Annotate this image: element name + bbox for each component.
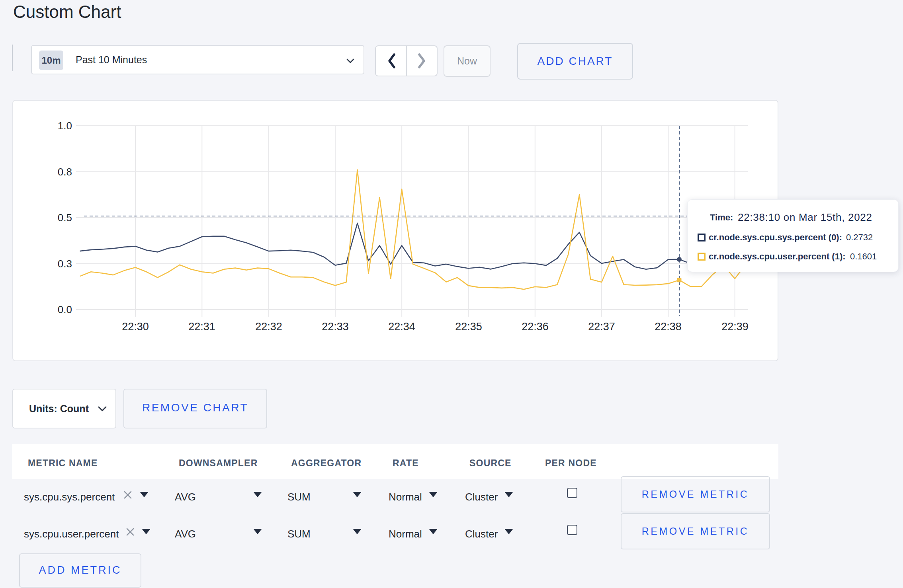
- svg-text:22:32: 22:32: [255, 321, 282, 333]
- svg-text:22:36: 22:36: [522, 321, 549, 333]
- svg-text:0.0: 0.0: [58, 304, 72, 315]
- svg-text:22:35: 22:35: [455, 321, 482, 333]
- svg-text:0.8: 0.8: [58, 166, 72, 178]
- svg-text:22:39: 22:39: [721, 321, 749, 333]
- svg-text:0.5: 0.5: [58, 212, 72, 224]
- svg-text:22:37: 22:37: [588, 321, 615, 333]
- svg-text:22:38: 22:38: [655, 321, 682, 333]
- svg-text:22:33: 22:33: [322, 321, 349, 333]
- svg-text:1.0: 1.0: [58, 120, 72, 132]
- svg-text:22:31: 22:31: [188, 321, 215, 333]
- svg-text:22:30: 22:30: [122, 321, 149, 333]
- svg-text:22:34: 22:34: [388, 321, 415, 333]
- svg-text:0.3: 0.3: [58, 258, 72, 270]
